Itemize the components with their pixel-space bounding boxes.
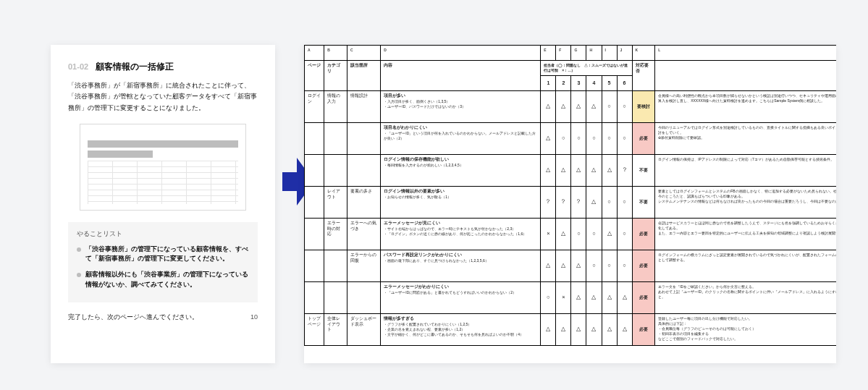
cell-page: ログイン <box>305 91 324 123</box>
cell-content: ログイン情報以外の要素が多い・お知らせの情報が多く、気が散る（1） <box>381 187 541 219</box>
cell-status: 必要 <box>632 250 655 282</box>
cell-content: 情報が多すぎる・グラフが多く配置されていてわかりにくい（1,2,5）・企業の名を… <box>381 314 541 346</box>
cell-rating: ？ <box>571 187 586 219</box>
table-row: 項目名がわかりにくい・「ユーザーID」という項目が何を入れているのかわからない。… <box>305 123 837 155</box>
cell-status: 必要 <box>632 314 655 346</box>
cell-status: 不要 <box>632 187 655 219</box>
header-row-1: ページ カテゴリ 該当箇所 内容 担当者（◯：問題なし △：スムーズではないが進… <box>305 61 837 76</box>
cell-page <box>305 155 324 187</box>
cell-location: 要素の多さ <box>347 187 380 219</box>
table-row: レイアウト要素の多さログイン情報以外の要素が多い・お知らせの情報が多く、気が散る… <box>305 187 837 219</box>
cell-rating: ○ <box>617 250 632 282</box>
cell-category: 情報の入力 <box>324 91 347 123</box>
table-row: エラー時の対応エラーへの気づきエラーメッセージが見にくい・サイト右端からはっぱな… <box>305 219 837 250</box>
cell-rating: △ <box>541 314 556 346</box>
review-table: A B C D E F G H I J K L ページ カテゴリ 該当箇所 内容… <box>304 45 836 346</box>
todo-list: 「渋谷事務所」の管理下になっている顧客情報を、すべて「新宿事務所」の管理下に変更… <box>77 245 249 289</box>
cell-rating: △ <box>586 187 602 219</box>
cell-rating: △ <box>556 219 571 250</box>
cell-status: 必要 <box>632 282 655 314</box>
col-location: 該当箇所 <box>347 61 380 91</box>
card-description: 「渋谷事務所」が「新宿事務所」に統合されたことに伴って、「渋谷事務所」が管轄とな… <box>68 80 258 114</box>
cell-content: ログイン情報の保存機能が欲しい・毎回情報を入力するのが煩わしい（1,2,3,4,… <box>381 155 541 187</box>
cell-rating: △ <box>556 91 571 123</box>
cell-category: レイアウト <box>324 187 347 219</box>
cell-rating: △ <box>541 155 556 187</box>
cell-comment: ログイン情報の保持は、IPアドレスの制限によって対応（7コマ）があるため自動保存… <box>655 155 836 187</box>
cell-comment: 会員様への高い利便性の観点から本項目数が減らせないかという検証は別途行いつつ、セ… <box>655 91 836 123</box>
cell-comment: 要素としてはログインフォームとシステムのFBの画面しかなく、特に追加する必要がな… <box>655 187 836 219</box>
cell-location <box>347 123 380 155</box>
cell-page: トップページ <box>305 314 324 346</box>
card-title: 顧客情報の一括修正 <box>96 61 174 73</box>
cell-comment: 今回のリニューアルではログイン形式を別途検討しているものの、直接タイトルに関する… <box>655 123 836 155</box>
cell-rating: △ <box>586 91 602 123</box>
cell-content: エラーメッセージが見にくい・サイト右端からはっぱなので、エラー時にテキストも気が… <box>381 219 541 250</box>
col-content: 内容 <box>381 61 541 91</box>
cell-comment: 登録したユーザー毎に項目の出し分け機能で対応したい。具体的には下記：・会員職位毎… <box>655 314 836 346</box>
cell-rating: ○ <box>571 123 586 155</box>
cell-rating: △ <box>556 314 571 346</box>
todo-box: やることリスト 「渋谷事務所」の管理下になっている顧客情報を、すべて「新宿事務所… <box>68 222 258 302</box>
cell-rating: ○ <box>541 282 556 314</box>
cell-status: 必要 <box>632 219 655 250</box>
cell-rating: ○ <box>556 123 571 155</box>
col-comment <box>655 61 836 91</box>
cell-rating: ○ <box>602 123 617 155</box>
cell-rating: △ <box>541 250 556 282</box>
table-row: ログイン情報の保存機能が欲しい・毎回情報を入力するのが煩わしい（1,2,3,4,… <box>305 155 837 187</box>
card-headline: 01-02 顧客情報の一括修正 <box>68 61 258 73</box>
cell-rating: ？ <box>556 187 571 219</box>
cell-rating: △ <box>556 250 571 282</box>
page-number: 10 <box>250 313 258 321</box>
rating-legend: 担当者（◯：問題なし △：スムーズではないが進行は可能 ×：…） <box>541 61 632 76</box>
card-number: 01-02 <box>68 62 88 71</box>
cell-content: パスワード再設定リンクがわかりにくい・画面の最下部にあり、すぐに見つけられなかっ… <box>381 250 541 282</box>
cell-page <box>305 250 324 282</box>
cell-category <box>324 155 347 187</box>
cell-rating: ○ <box>602 250 617 282</box>
todo-item: 顧客情報以外にも「渋谷事業所」の管理下になっている情報がないか、調べてみてくださ… <box>77 270 249 289</box>
cell-rating: △ <box>602 282 617 314</box>
cell-status: 必要 <box>632 123 655 155</box>
todo-title: やることリスト <box>77 229 249 239</box>
cell-comment: ログインフォームの横カラムにざっと認定要素が展開されているので気づかれにくいが、… <box>655 250 836 282</box>
cell-rating: △ <box>556 155 571 187</box>
left-document-card: 01-02 顧客情報の一括修正 「渋谷事務所」が「新宿事務所」に統合されたことに… <box>51 45 275 363</box>
cell-rating: ○ <box>617 91 632 123</box>
cell-location: エラーへの気づき <box>347 219 380 250</box>
cell-page <box>305 123 324 155</box>
footer-text: 完了したら、次のページへ進んでください。 <box>68 313 198 322</box>
cell-page <box>305 219 324 250</box>
cell-rating: ？ <box>541 187 556 219</box>
cell-rating: △ <box>541 91 556 123</box>
cell-rating: △ <box>586 314 602 346</box>
cell-location: 情報設計 <box>347 91 380 123</box>
cell-rating: △ <box>617 282 632 314</box>
cell-rating: △ <box>586 155 602 187</box>
cell-location: エラーからの回復 <box>347 250 380 282</box>
cell-rating: ○ <box>586 123 602 155</box>
cell-rating: ○ <box>586 219 602 250</box>
cell-rating: △ <box>602 314 617 346</box>
cell-rating: △ <box>571 314 586 346</box>
table-row: エラーからの回復パスワード再設定リンクがわかりにくい・画面の最下部にあり、すぐに… <box>305 250 837 282</box>
cell-rating: △ <box>617 314 632 346</box>
col-category: カテゴリ <box>324 61 347 91</box>
todo-item: 「渋谷事務所」の管理下になっている顧客情報を、すべて「新宿事務所」の管理下に変更… <box>77 245 249 264</box>
cell-category <box>324 282 347 314</box>
cell-rating: ○ <box>617 187 632 219</box>
cell-rating: △ <box>602 219 617 250</box>
cell-category: エラー時の対応 <box>324 219 347 250</box>
review-table-card: A B C D E F G H I J K L ページ カテゴリ 該当箇所 内容… <box>304 45 836 363</box>
cell-rating: △ <box>571 155 586 187</box>
cell-page <box>305 282 324 314</box>
cell-rating: △ <box>571 250 586 282</box>
cell-rating: × <box>556 282 571 314</box>
cell-rating: △ <box>602 155 617 187</box>
cell-rating: △ <box>571 282 586 314</box>
cell-rating: △ <box>541 123 556 155</box>
cell-rating: ○ <box>617 219 632 250</box>
cell-category: 全体レイアウト <box>324 314 347 346</box>
spreadsheet-thumbnail <box>80 124 246 211</box>
